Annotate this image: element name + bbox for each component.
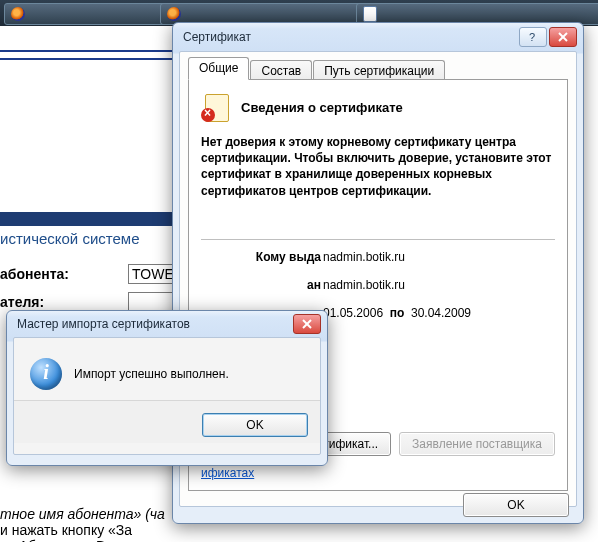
bg-footer-line: са Абонента у Вас суще (0, 538, 157, 542)
about-certificates-link[interactable]: ификатах (201, 466, 254, 480)
firefox-icon (167, 7, 181, 21)
close-button[interactable] (549, 27, 577, 47)
bg-heading: истической системе (0, 230, 139, 247)
svg-text:?: ? (529, 32, 535, 42)
cert-warning-text: Нет доверия к этому корневому сертификат… (201, 134, 555, 199)
cert-heading: Сведения о сертификате (241, 100, 403, 115)
issued-by-row: ан nadmin.botik.ru (201, 278, 555, 292)
issued-by-value: nadmin.botik.ru (323, 278, 555, 292)
tabstrip: Общие Состав Путь сертификации (188, 58, 568, 80)
issued-to-value: nadmin.botik.ru (323, 250, 555, 264)
doc-icon (363, 6, 377, 22)
close-icon (558, 32, 568, 42)
titlebar[interactable]: Сертификат ? (173, 23, 583, 51)
bg-footer-line: и нажать кнопку «За (0, 522, 132, 538)
issued-by-label: ан (201, 278, 323, 292)
taskbar-item[interactable] (4, 3, 168, 25)
help-icon: ? (528, 32, 538, 42)
firefox-icon (11, 7, 25, 21)
valid-value: 01.05.2006 по 30.04.2009 (323, 306, 555, 320)
window-title: Сертификат (179, 30, 517, 44)
close-button[interactable] (293, 314, 321, 334)
tab-general[interactable]: Общие (188, 57, 249, 80)
ok-button[interactable]: OK (463, 493, 569, 517)
label-atelya: ателя: (0, 294, 44, 310)
window-title: Мастер импорта сертификатов (13, 317, 291, 331)
issued-to-row: Кому выда nadmin.botik.ru (201, 250, 555, 264)
valid-from: 01.05.2006 (323, 306, 383, 320)
tab-path[interactable]: Путь сертификации (313, 60, 445, 81)
certificate-icon (201, 92, 231, 122)
bg-footer-line: тное имя абонента» (ча (0, 506, 165, 522)
wizard-message: Импорт успешно выполнен. (74, 367, 229, 381)
ok-button[interactable]: OK (202, 413, 308, 437)
import-wizard-dialog: Мастер импорта сертификатов Импорт успеш… (6, 310, 328, 466)
valid-to: 30.04.2009 (411, 306, 471, 320)
issued-to-label: Кому выда (201, 250, 323, 264)
close-icon (302, 319, 312, 329)
info-icon (30, 358, 62, 390)
titlebar[interactable]: Мастер импорта сертификатов (7, 311, 327, 337)
label-abonent: абонента: (0, 266, 69, 282)
client-area: Импорт успешно выполнен. OK (13, 337, 321, 455)
supplier-statement-button: Заявление поставщика (399, 432, 555, 456)
divider (201, 239, 555, 240)
valid-sep: по (390, 306, 405, 320)
help-button[interactable]: ? (519, 27, 547, 47)
tab-details[interactable]: Состав (250, 60, 312, 81)
